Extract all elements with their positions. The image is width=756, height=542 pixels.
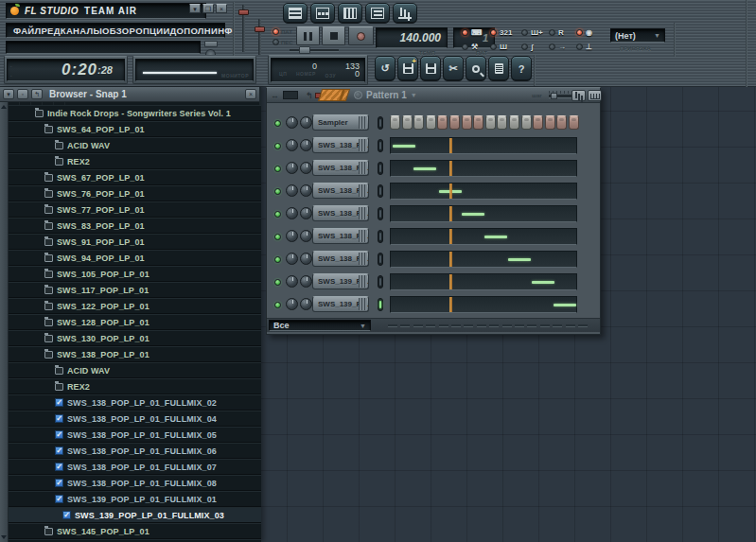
checked-wave-icon[interactable]: ✓ — [55, 495, 63, 503]
glide-toggle[interactable]: ʃ — [521, 43, 534, 51]
channel-mute-indicator[interactable] — [378, 184, 383, 198]
note-preview-panel[interactable] — [390, 137, 577, 154]
channel-mute-indicator[interactable] — [378, 139, 383, 152]
channel-mute-indicator[interactable] — [378, 275, 383, 288]
step-button[interactable] — [521, 115, 532, 130]
browser-item[interactable]: SWS_128_POP_LP_01 — [9, 314, 261, 330]
browser-item[interactable]: REX2 — [9, 378, 261, 394]
stop-button[interactable] — [322, 26, 345, 45]
channel-enable-led[interactable] — [274, 120, 281, 127]
hint-mini-button[interactable] — [204, 41, 218, 47]
note-preview-panel[interactable] — [390, 296, 577, 313]
menu-item[interactable]: ОБЗОР — [102, 26, 135, 36]
song-mode-led[interactable] — [273, 39, 279, 45]
channel-enable-led[interactable] — [274, 256, 281, 263]
step-button[interactable] — [462, 115, 472, 130]
countdown-toggle[interactable]: 321 — [490, 28, 512, 37]
browser-item[interactable]: SWS_76_POP_LP_01 — [9, 185, 261, 201]
channel-enable-led[interactable] — [274, 166, 281, 172]
step-button[interactable] — [533, 115, 543, 130]
tempo-display[interactable]: 140.000 — [376, 27, 448, 48]
pan-knob[interactable] — [286, 275, 298, 288]
note-preview-panel[interactable] — [390, 273, 577, 290]
resize-arrows-icon[interactable]: ↔ — [271, 91, 279, 100]
toggle-led[interactable] — [549, 44, 555, 50]
volume-knob[interactable] — [300, 230, 312, 242]
keyboard-editor-button[interactable] — [588, 90, 602, 101]
channel-filter-dropdown[interactable]: Все ▼ — [269, 320, 371, 331]
close-button[interactable]: × — [216, 4, 227, 13]
minimize-button[interactable]: ▾ — [189, 4, 201, 13]
volume-knob[interactable] — [300, 162, 312, 174]
browser-item[interactable]: ✓SWS_138_POP_LP_01_FULLMIX_02 — [9, 394, 261, 411]
step-button[interactable] — [437, 115, 448, 130]
checked-wave-icon[interactable]: ✓ — [62, 511, 71, 519]
menu-item[interactable]: КАНАЛЫ — [61, 26, 102, 36]
multilink-toggle[interactable]: Ш — [490, 43, 507, 51]
graph-editor-button[interactable] — [571, 90, 586, 101]
channel-enable-led[interactable] — [274, 279, 281, 286]
channel-enable-led[interactable] — [274, 143, 281, 149]
pan-knob[interactable] — [286, 139, 298, 151]
checked-wave-icon[interactable]: ✓ — [55, 446, 63, 455]
browser-item[interactable]: SWS_83_POP_LP_01 — [9, 218, 261, 234]
scroll-down-icon[interactable] — [1, 535, 7, 539]
main-volume-slider[interactable] — [242, 5, 245, 52]
browser-item[interactable]: REX2 — [9, 153, 261, 169]
undo-icon[interactable]: ↰ — [306, 91, 313, 100]
browser-item[interactable]: ACID WAV — [9, 362, 261, 378]
browser-item[interactable]: SWS_105_POP_LP_01 — [9, 266, 261, 282]
note-preview-panel[interactable] — [390, 183, 577, 200]
browser-back-button[interactable]: ↰ — [31, 89, 43, 99]
toggle-led[interactable] — [576, 44, 583, 50]
channel-button[interactable]: SWS_138_PO... — [312, 137, 369, 153]
browser-item[interactable]: SWS_94_POP_LP_01 — [9, 250, 261, 266]
browser-scrollbar[interactable] — [0, 102, 9, 542]
menu-item[interactable]: ФАЙЛ — [13, 26, 41, 36]
volume-knob[interactable] — [300, 298, 312, 310]
save-button[interactable] — [420, 56, 441, 81]
browser-close-button[interactable]: × — [245, 89, 256, 99]
menu-item[interactable]: ОПЦИИ — [135, 26, 169, 36]
step-button[interactable] — [390, 115, 400, 130]
menu-item[interactable]: РЕД — [41, 26, 60, 36]
note-preview-panel[interactable] — [390, 160, 577, 177]
piano-roll-button[interactable] — [338, 3, 362, 24]
menu-item[interactable]: ДОПОЛН — [170, 26, 211, 36]
note-preview-panel[interactable] — [390, 228, 577, 245]
cut-button[interactable]: ✂ — [443, 56, 464, 81]
pattern-mode-led[interactable] — [273, 28, 279, 35]
toggle-led[interactable] — [521, 29, 528, 36]
toggle-led[interactable] — [576, 29, 583, 36]
hint-mini-dial[interactable] — [205, 49, 216, 55]
pan-knob[interactable] — [286, 230, 298, 242]
snap-dropdown[interactable]: (Нет) ▼ — [610, 28, 665, 43]
pedal-toggle[interactable]: ⊥ — [576, 43, 592, 51]
channel-enable-led[interactable] — [274, 234, 281, 240]
volume-knob[interactable] — [300, 139, 312, 151]
channel-mute-indicator[interactable] — [378, 253, 383, 266]
main-volume-handle[interactable] — [238, 9, 249, 15]
channel-mute-indicator[interactable] — [378, 116, 383, 130]
pan-knob[interactable] — [286, 184, 298, 197]
checked-wave-icon[interactable]: ✓ — [55, 430, 63, 439]
pan-knob[interactable] — [286, 298, 298, 310]
channel-button[interactable]: SWS_139_PO... — [312, 273, 369, 289]
channel-mute-indicator[interactable] — [378, 230, 383, 243]
mode-switch[interactable]: ПАТ ПЕС — [273, 26, 293, 47]
pan-knob[interactable] — [286, 253, 298, 265]
shuffle-slider[interactable] — [290, 49, 339, 52]
fix-tool-toggle[interactable]: ⚒ — [462, 43, 478, 51]
step-button[interactable] — [413, 115, 424, 130]
browser-item[interactable]: ✓SWS_139_POP_LP_01_FULLMIX_01 — [9, 491, 261, 507]
channel-mute-indicator[interactable] — [378, 298, 383, 311]
step-sequencer-button[interactable] — [310, 3, 335, 24]
toggle-led[interactable] — [490, 29, 497, 36]
typing-keyboard-toggle[interactable]: ⌨ — [462, 28, 483, 37]
swing-slider[interactable] — [318, 89, 350, 101]
project-notes-button[interactable] — [488, 56, 509, 81]
browser-item[interactable]: SWS_138_POP_LP_01 — [9, 346, 261, 362]
main-pitch-handle[interactable] — [255, 26, 265, 32]
scroll-up-icon[interactable] — [1, 105, 7, 109]
browser-item[interactable]: Indie Rock Drops - Songwriters Series Vo… — [9, 105, 261, 121]
